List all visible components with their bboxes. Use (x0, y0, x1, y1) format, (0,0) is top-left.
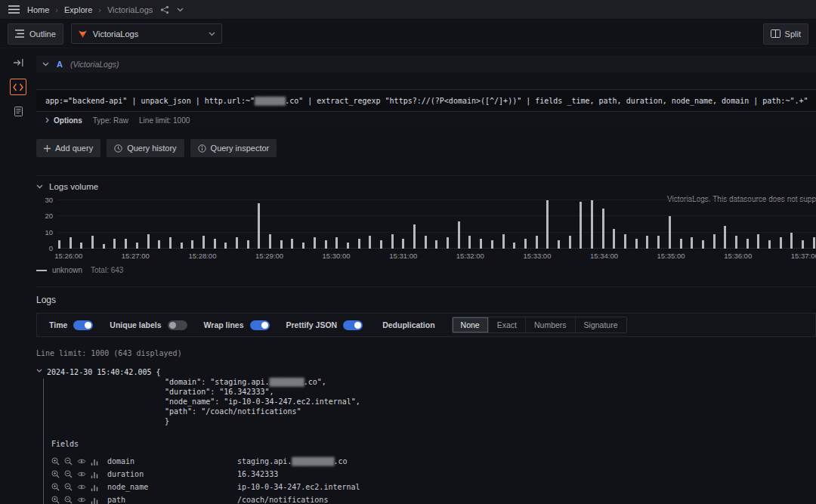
breadcrumb-home[interactable]: Home (27, 5, 49, 14)
log-timestamp-row[interactable]: 2024-12-30 15:40:42.005 { (47, 367, 816, 377)
volume-bar (181, 243, 183, 249)
volume-bar (558, 240, 560, 249)
query-input[interactable]: app:="backend-api" | unpack_json | http.… (36, 89, 816, 112)
volume-bar (780, 237, 782, 249)
breadcrumb-explore[interactable]: Explore (64, 5, 92, 14)
stats-icon[interactable] (91, 471, 98, 478)
y-tick-label: 0 (49, 244, 53, 252)
volume-bar (113, 239, 116, 249)
dedup-option-exact[interactable]: Exact (489, 317, 526, 332)
legend-item-unknown[interactable]: unknown Total: 643 (36, 266, 816, 274)
volume-bar (413, 224, 416, 249)
outline-label: Outline (29, 29, 56, 39)
volume-bar (147, 234, 150, 249)
y-tick-label: 20 (45, 212, 53, 220)
y-axis: 3020100 (36, 200, 54, 249)
logs-controls-bar: TimeUnique labelsWrap linesPrettify JSON… (36, 313, 816, 337)
volume-bar (536, 236, 538, 249)
field-actions (51, 457, 98, 465)
volume-bar (325, 240, 327, 249)
filter-for-icon[interactable] (51, 496, 60, 504)
volume-bar (402, 239, 404, 249)
volume-bar (103, 244, 105, 249)
top-navbar: Home › Explore › VictoriaLogs (0, 0, 816, 20)
volume-bar (790, 233, 793, 249)
volume-bar (202, 236, 205, 249)
eye-icon[interactable] (77, 484, 86, 490)
chevron-down-icon[interactable] (36, 369, 42, 373)
legend-swatch (36, 270, 47, 271)
chevron-right-icon (45, 117, 49, 123)
chevron-down-icon[interactable] (177, 8, 184, 12)
split-button[interactable]: Split (763, 23, 808, 45)
stats-icon[interactable] (91, 496, 98, 504)
wrap-lines-toggle[interactable] (250, 320, 270, 330)
prettify-json-toggle[interactable] (343, 320, 363, 330)
filter-out-icon[interactable] (64, 470, 73, 478)
breadcrumb-victorialogs[interactable]: VictoriaLogs (107, 5, 153, 14)
control-prettify-json: Prettify JSON (286, 320, 363, 330)
filter-out-icon[interactable] (64, 483, 73, 491)
control-label: Time (49, 320, 67, 329)
add-query-button[interactable]: Add query (36, 139, 100, 157)
redacted-text: ███████████ (292, 457, 333, 465)
explore-toolbar: Outline VictoriaLogs Split (0, 20, 816, 48)
x-axis: 15:26:0015:27:0015:28:0015:29:0015:30:00… (57, 252, 816, 261)
volume-bar (691, 237, 693, 249)
volume-bar (580, 202, 582, 249)
datasource-picker[interactable]: VictoriaLogs (71, 23, 222, 44)
filter-out-icon[interactable] (64, 457, 73, 465)
eye-icon[interactable] (77, 471, 86, 478)
menu-icon[interactable] (8, 5, 20, 14)
toggle-knob (354, 322, 361, 329)
eye-icon[interactable] (77, 496, 86, 503)
filter-for-icon[interactable] (51, 483, 60, 491)
code-icon[interactable] (10, 79, 26, 95)
query-row-header[interactable]: A (VictoriaLogs) (36, 56, 816, 73)
volume-bar (524, 239, 527, 249)
options-toggle[interactable]: Options (45, 116, 82, 125)
text-segment: .co" | extract_regexp "https?://(?P<doma… (285, 97, 808, 105)
x-tick-label: 15:29:00 (255, 252, 283, 260)
filter-out-icon[interactable] (64, 496, 73, 504)
collapse-pane-icon[interactable] (10, 54, 26, 71)
split-label: Split (785, 29, 801, 39)
options-type: Type: Raw (93, 116, 128, 125)
control-unique-labels: Unique labels (110, 320, 187, 330)
filter-for-icon[interactable] (51, 457, 60, 465)
query-history-button[interactable]: Query history (107, 139, 184, 157)
volume-bar (335, 237, 338, 249)
time-toggle[interactable] (73, 320, 93, 330)
volume-bar (191, 240, 193, 249)
query-buttons-row: Add query Query history Query inspector (36, 139, 816, 157)
stats-icon[interactable] (91, 458, 98, 465)
control-wrap-lines: Wrap lines (204, 320, 270, 330)
dedup-option-signature[interactable]: Signature (576, 317, 626, 332)
query-inspector-button[interactable]: Query inspector (190, 139, 277, 157)
share-icon[interactable] (160, 5, 169, 14)
logs-volume-header[interactable]: Logs volume (36, 182, 816, 191)
volume-bar (468, 236, 471, 249)
stats-icon[interactable] (91, 484, 98, 491)
volume-bar (314, 237, 316, 249)
unique-labels-toggle[interactable] (168, 320, 187, 330)
chevron-down-icon[interactable] (42, 62, 49, 66)
outline-button[interactable]: Outline (8, 23, 63, 45)
volume-bar (768, 240, 771, 249)
field-value: ip-10-0-34-247.ec2.internal (237, 483, 360, 491)
field-name: node_name (107, 483, 237, 491)
volume-bar (669, 216, 671, 249)
log-json-line: "path": "/coach/notifications" (47, 407, 816, 416)
volume-bar (724, 226, 726, 249)
dedup-option-none[interactable]: None (453, 317, 489, 332)
text-segment: staging.api. (237, 457, 292, 465)
document-icon[interactable] (10, 103, 26, 119)
datasource-name: VictoriaLogs (93, 29, 138, 39)
query-ref-id[interactable]: A (57, 60, 63, 69)
volume-bar (657, 236, 660, 249)
field-value: 16.342333 (237, 470, 278, 478)
filter-for-icon[interactable] (51, 470, 60, 478)
dedup-option-numbers[interactable]: Numbers (526, 317, 576, 332)
eye-icon[interactable] (77, 458, 86, 465)
text-segment: .co", (304, 378, 326, 386)
